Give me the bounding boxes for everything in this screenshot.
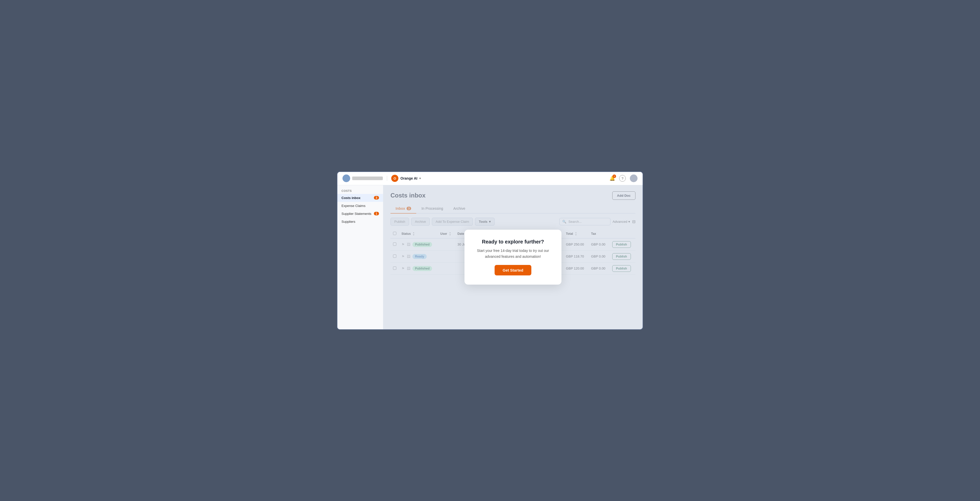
nav-separator [387, 176, 387, 181]
main-layout: COSTS Costs inbox 3 Expense Claims Suppl… [337, 185, 643, 329]
org-name-label: Orange AI [401, 176, 417, 180]
topnav-left: O Orange AI ▾ [342, 174, 606, 182]
org-avatar-blurred [342, 174, 350, 182]
user-avatar[interactable] [630, 174, 638, 182]
org-name-blurred [352, 177, 383, 180]
help-icon[interactable]: ? [619, 175, 626, 182]
org-badge[interactable]: O [391, 175, 398, 182]
sidebar-section-label: COSTS [337, 189, 383, 192]
modal-overlay[interactable]: Ready to explore further? Start your fre… [383, 185, 643, 329]
sidebar-item-suppliers[interactable]: Suppliers [337, 218, 383, 226]
sidebar-item-supplier-statements[interactable]: Supplier Statements 1 [337, 210, 383, 218]
sidebar-label-supplier-statements: Supplier Statements [342, 212, 371, 215]
topnav-right: 🔔 1 ? [609, 174, 638, 182]
modal-dialog: Ready to explore further? Start your fre… [465, 230, 562, 285]
topnav: O Orange AI ▾ 🔔 1 ? [337, 172, 643, 185]
notification-icon[interactable]: 🔔 1 [609, 176, 615, 181]
sidebar-badge-supplier-statements: 1 [374, 212, 379, 215]
sidebar-item-expense-claims[interactable]: Expense Claims [337, 202, 383, 210]
sidebar: COSTS Costs inbox 3 Expense Claims Suppl… [337, 185, 383, 329]
notification-badge: 1 [612, 174, 616, 178]
content-area: Costs inbox Add Doc Inbox 3 In Processin… [383, 185, 643, 329]
org-dropdown-chevron[interactable]: ▾ [419, 177, 421, 180]
sidebar-label-expense-claims: Expense Claims [342, 204, 366, 208]
sidebar-label-suppliers: Suppliers [342, 220, 355, 223]
modal-get-started-button[interactable]: Get Started [495, 265, 531, 275]
modal-body: Start your free 14-day trial today to tr… [476, 248, 550, 259]
sidebar-label-costs-inbox: Costs inbox [342, 196, 360, 200]
modal-title: Ready to explore further? [476, 239, 550, 245]
sidebar-badge-costs-inbox: 3 [374, 196, 379, 199]
sidebar-item-costs-inbox[interactable]: Costs inbox 3 [337, 194, 383, 202]
browser-window: O Orange AI ▾ 🔔 1 ? COSTS Costs inbox [337, 171, 643, 330]
